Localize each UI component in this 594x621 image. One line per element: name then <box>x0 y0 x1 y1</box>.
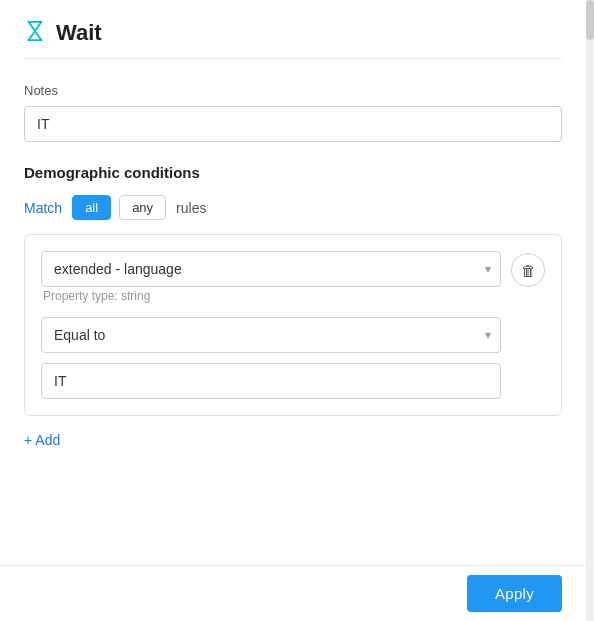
notes-label: Notes <box>24 83 562 98</box>
page-container: Wait Notes Demographic conditions Match … <box>0 0 594 621</box>
page-title: Wait <box>56 20 102 46</box>
main-content: Wait Notes Demographic conditions Match … <box>0 0 586 528</box>
demographic-heading: Demographic conditions <box>24 164 562 181</box>
hourglass-icon <box>24 20 46 46</box>
match-all-button[interactable]: all <box>72 195 111 220</box>
scrollbar-thumb[interactable] <box>586 0 594 40</box>
match-any-button[interactable]: any <box>119 195 166 220</box>
match-row: Match all any rules <box>24 195 562 220</box>
operator-select-wrapper: Equal to ▾ <box>41 317 501 353</box>
match-label: Match <box>24 200 62 216</box>
notes-section: Notes <box>24 83 562 142</box>
scrollbar[interactable] <box>586 0 594 621</box>
condition-dropdowns: extended - language ▾ Property type: str… <box>41 251 501 399</box>
property-dropdown[interactable]: extended - language <box>41 251 501 287</box>
condition-box: extended - language ▾ Property type: str… <box>24 234 562 416</box>
property-type-label: Property type: string <box>41 289 501 303</box>
demographic-section: Demographic conditions Match all any rul… <box>24 164 562 448</box>
notes-input[interactable] <box>24 106 562 142</box>
property-select-wrapper: extended - language ▾ <box>41 251 501 287</box>
header: Wait <box>24 20 562 59</box>
condition-value-input[interactable] <box>41 363 501 399</box>
operator-dropdown[interactable]: Equal to <box>41 317 501 353</box>
trash-icon: 🗑 <box>521 262 536 279</box>
apply-button[interactable]: Apply <box>467 575 562 612</box>
bottom-bar: Apply <box>0 565 586 621</box>
rules-label: rules <box>176 200 206 216</box>
condition-row: extended - language ▾ Property type: str… <box>41 251 545 399</box>
add-condition-link[interactable]: + Add <box>24 432 60 448</box>
delete-condition-button[interactable]: 🗑 <box>511 253 545 287</box>
